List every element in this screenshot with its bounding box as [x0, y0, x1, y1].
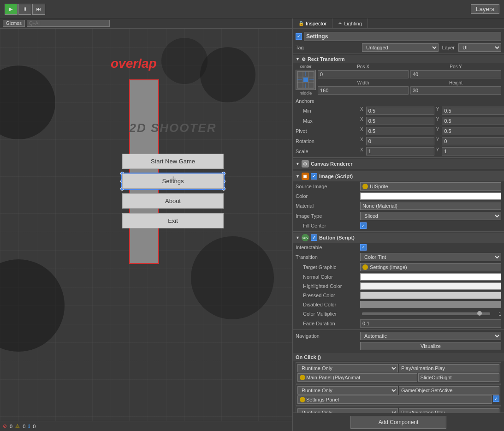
overlap-text: overlap — [111, 56, 157, 71]
disabled-color-swatch[interactable] — [360, 301, 501, 308]
onclick-runtime-1[interactable]: Runtime Only — [297, 364, 398, 372]
interactable-row: Interactable ✓ — [293, 243, 504, 252]
source-image-field[interactable]: UISprite — [360, 182, 501, 191]
onclick-arg-1[interactable] — [418, 373, 499, 382]
main-area: Gizmos overlap 2D SHOOTER Start New Game — [0, 18, 504, 431]
anchors-max-row: Max X Y — [293, 116, 504, 126]
wh-labels: Width Height — [318, 80, 501, 85]
posy-input[interactable] — [410, 70, 501, 78]
max-y-input[interactable] — [442, 117, 504, 125]
about-button[interactable]: About — [122, 193, 224, 209]
max-x-input[interactable] — [366, 117, 434, 125]
color-multiplier-thumb[interactable] — [477, 311, 482, 316]
onclick-obj-value-1: Main Panel (PlayAnimat — [306, 375, 360, 380]
anchors-min-label: Min — [296, 108, 360, 114]
material-row: Material None (Material) — [293, 201, 504, 211]
onclick-header: On Click () — [293, 353, 504, 361]
layer-select[interactable]: UI — [458, 43, 501, 52]
onclick-func-1[interactable] — [399, 364, 499, 372]
image-type-select[interactable]: Sliced — [360, 212, 501, 220]
top-toolbar: ▶ ⏸ ⏭ Layers — [0, 0, 504, 18]
onclick-obj-icon-1 — [300, 375, 305, 380]
onclick-obj-1[interactable]: Main Panel (PlayAnimat — [297, 373, 417, 382]
button-script-checkbox[interactable]: ✓ — [311, 234, 317, 241]
color-swatch[interactable] — [360, 192, 501, 200]
step-button[interactable]: ⏭ — [32, 4, 45, 15]
onclick-runtime-2[interactable]: Runtime Only — [297, 386, 398, 395]
scene-search-input[interactable] — [27, 20, 110, 27]
material-field[interactable]: None (Material) — [360, 202, 501, 210]
onclick-func-3[interactable] — [399, 408, 499, 413]
button-script-label: Button (Script) — [319, 235, 355, 240]
height-input[interactable] — [410, 86, 501, 95]
canvas-renderer-section[interactable]: ▼ ⚙ Canvas Renderer — [293, 159, 504, 169]
fade-duration-row: Fade Duration — [293, 318, 504, 329]
divider-3 — [293, 170, 504, 170]
image-script-section[interactable]: ▼ ▣ ✓ Image (Script) — [293, 171, 504, 181]
onclick-func-2[interactable] — [399, 386, 499, 395]
fade-duration-input[interactable] — [360, 319, 501, 328]
start-new-game-button[interactable]: Start New Game — [122, 154, 224, 169]
settings-button[interactable]: Set✛tings — [122, 174, 224, 189]
exit-button[interactable]: Exit — [122, 213, 224, 228]
color-multiplier-slider[interactable] — [362, 312, 490, 315]
scene-view[interactable]: overlap 2D SHOOTER Start New Game — [0, 29, 292, 421]
object-active-checkbox[interactable]: ✓ — [296, 33, 302, 40]
tab-lighting[interactable]: ☀ Lighting — [332, 18, 368, 28]
button-script-section[interactable]: ▼ OK ✓ Button (Script) — [293, 233, 504, 243]
image-script-checkbox[interactable]: ✓ — [311, 173, 317, 180]
scale-y-input[interactable] — [442, 147, 504, 156]
rot-x-input[interactable] — [366, 137, 434, 145]
navigation-label: Navigation — [296, 333, 360, 339]
posx-input[interactable] — [318, 70, 409, 78]
onclick-row-3: Runtime Only Settings Panel (PlayAni — [296, 407, 501, 413]
gizmos-button[interactable]: Gizmos — [3, 20, 25, 27]
target-graphic-field[interactable]: Settings (Image) — [360, 263, 501, 271]
onclick-checkbox-2[interactable]: ✓ — [493, 395, 499, 402]
source-image-label: Source Image — [296, 184, 360, 189]
max-y-label: Y — [436, 117, 439, 125]
tab-inspector[interactable]: 🔒 Inspector — [293, 18, 332, 28]
error-count: 0 — [10, 424, 12, 429]
fill-center-checkbox[interactable]: ✓ — [360, 222, 367, 229]
divider-1 — [293, 54, 504, 54]
scene-toolbar: Gizmos — [0, 18, 292, 29]
transition-label: Transition — [296, 254, 360, 260]
tag-select[interactable]: Untagged — [362, 43, 439, 52]
onclick-obj-value-2: Settings Panel — [306, 397, 339, 402]
pause-button[interactable]: ⏸ — [18, 4, 31, 15]
onclick-row-1-bottom: Main Panel (PlayAnimat — [297, 373, 499, 382]
navigation-select[interactable]: Automatic — [360, 332, 501, 340]
height-label: Height — [410, 80, 501, 85]
normal-color-swatch[interactable] — [360, 273, 501, 281]
rotation-values: X Y — [360, 137, 504, 145]
right-panel: 🔒 Inspector ☀ Lighting ✓ Tag Untagged La — [293, 18, 504, 431]
rot-y-input[interactable] — [442, 137, 504, 145]
min-x-input[interactable] — [366, 107, 434, 115]
onclick-obj-2[interactable]: Settings Panel — [297, 395, 492, 404]
anchor-widget[interactable] — [296, 70, 316, 90]
posx-label: Pos X — [318, 64, 409, 69]
highlighted-color-swatch[interactable] — [360, 282, 501, 290]
scale-x-input[interactable] — [366, 147, 434, 156]
target-graphic-row: Target Graphic Settings (Image) — [293, 262, 504, 272]
pivot-y-input[interactable] — [442, 127, 504, 135]
add-component-button[interactable]: Add Component — [350, 416, 447, 429]
onclick-row-1-top: Runtime Only — [297, 364, 499, 372]
tag-layer-row: Tag Untagged Layer UI — [293, 42, 504, 53]
min-y-input[interactable] — [442, 107, 504, 115]
visualize-button[interactable]: Visualize — [360, 342, 501, 350]
transition-select[interactable]: Color Tint — [360, 253, 501, 261]
layers-button[interactable]: Layers — [471, 4, 499, 14]
object-name-field[interactable] — [304, 32, 501, 41]
width-input[interactable] — [318, 86, 409, 95]
pressed-color-swatch[interactable] — [360, 292, 501, 299]
onclick-runtime-3[interactable]: Runtime Only — [297, 408, 398, 413]
play-button[interactable]: ▶ — [5, 4, 18, 15]
pivot-x-input[interactable] — [366, 127, 434, 135]
layer-label: Layer — [442, 45, 455, 50]
pressed-color-label: Pressed Color — [296, 293, 360, 298]
interactable-checkbox[interactable]: ✓ — [360, 244, 367, 251]
game-ui: 2D SHOOTER Start New Game Set✛tings — [83, 121, 263, 233]
rect-transform-section[interactable]: ▼ ⚙ Rect Transform — [293, 55, 504, 63]
